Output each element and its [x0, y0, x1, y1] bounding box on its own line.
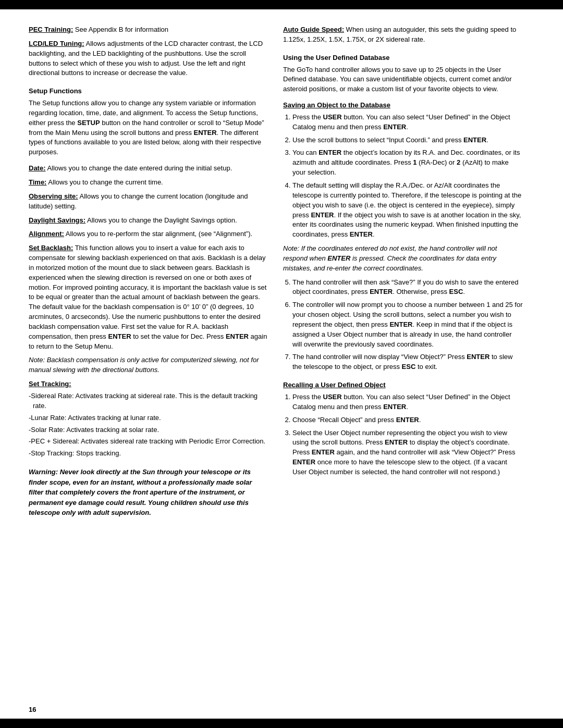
pec-training-label: PEC Training: [29, 26, 73, 33]
saving-step-1: Press the USER button. You can also sele… [292, 113, 523, 132]
time-label: Time: [29, 178, 46, 186]
spacer6 [283, 376, 523, 380]
right-column: Auto Guide Speed: When using an autoguid… [283, 25, 523, 522]
date-label: Date: [29, 164, 46, 172]
left-column: PEC Training: See Appendix B for informa… [29, 25, 268, 522]
saving-step-7: The hand controller will now display “Vi… [292, 352, 523, 372]
page-number: 16 [29, 705, 36, 715]
set-backlash-label: Set Backlash: [29, 244, 73, 252]
saving-steps-list: Press the USER button. You can also sele… [292, 113, 523, 240]
saving-step-4: The default setting will display the R.A… [292, 181, 523, 240]
date-para: Date: Allows you to change the date ente… [29, 164, 268, 174]
spacer3 [29, 463, 268, 467]
daylight-savings-label: Daylight Savings: [29, 216, 85, 224]
auto-guide-speed-para: Auto Guide Speed: When using an autoguid… [283, 25, 523, 45]
two-column-layout: PEC Training: See Appendix B for informa… [29, 25, 534, 522]
auto-guide-speed-label: Auto Guide Speed: [283, 26, 344, 33]
alignment-para: Alignment: Allows you to re-perform the … [29, 229, 268, 239]
pec-training-para: PEC Training: See Appendix B for informa… [29, 25, 268, 35]
top-bar [0, 0, 563, 9]
spacer4 [283, 49, 523, 53]
pec-training-text: See Appendix B for information [73, 26, 168, 33]
lcd-led-label: LCD/LED Tuning: [29, 40, 84, 47]
recalling-step-3: Select the User Object number representi… [292, 428, 523, 477]
user-defined-db-heading: Using the User Defined Database [283, 53, 523, 63]
tracking-item-stop: -Stop Tracking: Stops tracking. [29, 449, 268, 459]
saving-step-6: The controller will now prompt you to ch… [292, 300, 523, 349]
tracking-item-pec: -PEC + Sidereal: Activates sidereal rate… [29, 437, 268, 447]
warning-text: Warning: Never look directly at the Sun … [29, 467, 268, 518]
set-backlash-para: Set Backlash: This function allows you t… [29, 243, 268, 351]
observing-site-label: Observing site: [29, 192, 78, 200]
setup-functions-heading: Setup Functions [29, 87, 268, 96]
lcd-led-para: LCD/LED Tuning: Allows adjustments of th… [29, 39, 268, 78]
content: PEC Training: See Appendix B for informa… [0, 9, 563, 543]
setup-functions-body: The Setup functions allow you to change … [29, 98, 268, 157]
spacer1 [29, 82, 268, 87]
tracking-list: -Sidereal Rate: Activates tracking at si… [29, 391, 268, 459]
observing-site-para: Observing site: Allows you to change the… [29, 192, 268, 212]
tracking-item-lunar: -Lunar Rate: Activates tracking at lunar… [29, 413, 268, 423]
saving-object-heading: Saving an Object to the Database [283, 101, 523, 110]
bottom-bar [0, 719, 563, 728]
saving-step-2: Use the scroll buttons to select “Input … [292, 135, 523, 145]
user-defined-db-body: The GoTo hand controller allows you to s… [283, 65, 523, 95]
recalling-step-1: Press the USER button. You can also sele… [292, 392, 523, 412]
tracking-item-solar: -Solar Rate: Activates tracking at solar… [29, 425, 268, 435]
set-tracking-heading: Set Tracking: [29, 379, 268, 389]
tracking-item-sidereal: -Sidereal Rate: Activates tracking at si… [29, 391, 268, 411]
recalling-step-2: Choose “Recall Object” and press ENTER. [292, 415, 523, 425]
recalling-object-heading: Recalling a User Defined Object [283, 380, 523, 390]
saving-step-5: The hand controller will then ask “Save?… [292, 278, 523, 298]
time-para: Time: Allows you to change the current t… [29, 178, 268, 188]
saving-steps-list-2: The hand controller will then ask “Save?… [292, 278, 523, 373]
coordinates-note: Note: If the coordinates entered do not … [283, 244, 523, 274]
page: PEC Training: See Appendix B for informa… [0, 0, 563, 728]
recalling-steps-list: Press the USER button. You can also sele… [292, 392, 523, 477]
alignment-label: Alignment: [29, 230, 64, 238]
saving-step-3: You can ENTER the object’s location by i… [292, 148, 523, 178]
backlash-note: Note: Backlash compensation is only acti… [29, 355, 268, 375]
daylight-savings-para: Daylight Savings: Allows you to change t… [29, 216, 268, 226]
